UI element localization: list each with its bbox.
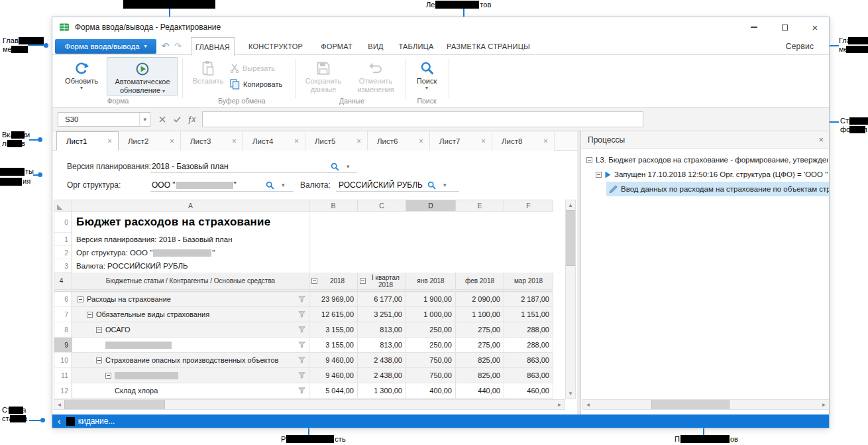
row-header[interactable]: 7 (54, 307, 72, 322)
cell-value[interactable]: 1 300,00 (358, 383, 406, 399)
sheet-tab-5[interactable]: Лист5× (305, 131, 368, 151)
currency-search-icon[interactable] (427, 181, 436, 190)
close-sheet-icon[interactable]: × (232, 137, 237, 146)
sheet-tab-1[interactable]: Лист1× (56, 131, 119, 151)
copy-button[interactable]: Копировать (230, 78, 282, 91)
tab-page-layout[interactable]: РАЗМЕТКА СТРАНИЦЫ (445, 37, 532, 55)
row-header[interactable]: 10 (54, 353, 72, 368)
close-sheet-icon[interactable]: × (170, 137, 174, 146)
tab-format[interactable]: ФОРМАТ (316, 37, 357, 55)
scroll-left-icon[interactable]: ◄ (54, 400, 64, 409)
collapse-icon[interactable] (78, 296, 83, 302)
tab-home[interactable]: ГЛАВНАЯ (191, 37, 235, 56)
cell-value[interactable]: 1 100,00 (456, 307, 504, 322)
service-menu[interactable]: Сервис (780, 37, 820, 55)
close-sheet-icon[interactable]: × (107, 137, 112, 146)
row-header[interactable]: 12 (54, 383, 72, 399)
currency-value[interactable]: РОССИЙСКИЙ РУБЛЬ (339, 180, 423, 190)
cell-value[interactable]: 9 460,00 (309, 353, 358, 368)
row-header[interactable]: 1 (54, 233, 72, 246)
collapse-icon[interactable] (105, 373, 111, 379)
collapse-icon[interactable] (96, 327, 102, 333)
filter-icon[interactable] (298, 357, 305, 363)
filter-icon[interactable] (298, 342, 305, 348)
horizontal-scrollbar[interactable]: ◄ ► (54, 399, 565, 410)
close-sheet-icon[interactable]: × (294, 137, 299, 146)
cell-value[interactable]: 12 615,00 (309, 307, 358, 322)
close-sheet-icon[interactable]: × (543, 137, 548, 146)
col-header-e[interactable]: E (456, 200, 504, 212)
cell-value[interactable]: 1 000,00 (406, 307, 456, 322)
cell-value[interactable]: 2 090,00 (456, 292, 504, 307)
cell-a1[interactable]: Версия планирования: 2018 - Базовый план (72, 233, 309, 246)
collapse-icon[interactable] (360, 278, 366, 284)
cell-value[interactable]: 275,00 (456, 322, 504, 338)
insert-function-button[interactable]: ƒx (185, 112, 198, 127)
cell-a11[interactable] (72, 368, 309, 383)
cell-a9[interactable] (72, 338, 309, 353)
cell-reference-box[interactable]: S30 ▾ (58, 112, 150, 127)
version-search-icon[interactable] (331, 162, 339, 171)
cell-value[interactable]: 250,00 (406, 322, 456, 338)
cell-value[interactable]: 9 460,00 (309, 368, 358, 383)
filter-icon[interactable] (298, 311, 305, 318)
row-header[interactable]: 0 (54, 212, 72, 233)
processes-scrollbar[interactable]: ◄ ► (582, 399, 830, 410)
status-chevron-icon[interactable]: ‹ (58, 416, 61, 426)
row-header-selected[interactable]: 9 (54, 338, 72, 353)
row-header[interactable]: 4 (54, 273, 72, 290)
cell-value[interactable]: 1 900,00 (406, 292, 456, 307)
budget-items-header[interactable]: Бюджетные статьи / Контрагенты / Основны… (72, 273, 309, 290)
cell-value[interactable]: 275,00 (456, 338, 504, 353)
cell-a12[interactable]: Склад хлора (72, 383, 309, 399)
scroll-thumb[interactable] (566, 210, 575, 266)
collapse-icon[interactable] (96, 357, 102, 363)
formula-accept-button[interactable] (170, 112, 184, 127)
cell-value[interactable]: 863,00 (504, 368, 553, 383)
app-menu-button[interactable]: Форма ввода/вывода▾ (55, 39, 156, 54)
col-header-b[interactable]: B (309, 200, 358, 212)
undo-changes-button[interactable]: Отменить изменения (349, 57, 402, 94)
version-value[interactable]: 2018 - Базовый план (152, 162, 229, 171)
formula-cancel-button[interactable] (156, 112, 169, 127)
cell-value[interactable]: 400,00 (406, 383, 456, 399)
cell-a8[interactable]: ОСАГО (72, 322, 309, 338)
filter-icon[interactable] (298, 326, 305, 333)
scroll-right-icon[interactable]: ► (819, 400, 829, 409)
cell-value[interactable]: 813,00 (358, 322, 406, 338)
tab-constructor[interactable]: КОНСТРУКТОР (242, 37, 309, 55)
cell-value[interactable]: 1 151,00 (504, 307, 553, 322)
cell-value[interactable]: 23 969,00 (309, 292, 358, 307)
chevron-down-icon[interactable]: ▾ (139, 113, 150, 126)
cell-value[interactable]: 5 044,00 (309, 383, 358, 399)
vertical-scrollbar[interactable]: ▲ ▼ (565, 200, 576, 399)
collapse-icon[interactable] (87, 312, 93, 318)
cell-value[interactable]: 863,00 (504, 353, 553, 368)
currency-dropdown-icon[interactable]: ▾ (443, 182, 447, 188)
cell-value[interactable]: 825,00 (456, 353, 504, 368)
cell-value[interactable]: 3 155,00 (309, 338, 358, 353)
scroll-thumb[interactable] (64, 400, 165, 409)
close-sheet-icon[interactable]: × (356, 137, 361, 146)
row-header[interactable]: 3 (54, 259, 72, 273)
cell-value[interactable]: 825,00 (456, 368, 504, 383)
cell-a6[interactable]: Расходы на страхование (72, 292, 309, 307)
cell-a2[interactable]: Орг структура: ООО "" (72, 246, 309, 259)
cell-value[interactable]: 6 177,00 (358, 292, 406, 307)
version-dropdown-icon[interactable]: ▾ (347, 164, 350, 170)
scroll-down-icon[interactable]: ▼ (566, 389, 575, 399)
scroll-right-icon[interactable]: ► (555, 400, 565, 409)
year-header[interactable]: 2018 (309, 273, 358, 290)
scroll-up-icon[interactable]: ▲ (566, 200, 575, 210)
maximize-button[interactable] (769, 17, 800, 37)
month-header-feb[interactable]: фев 2018 (456, 273, 504, 290)
tab-table[interactable]: ТАБЛИЦА (394, 37, 438, 55)
sheet-tab-8[interactable]: Лист8× (492, 131, 555, 151)
sheet-tab-7[interactable]: Лист7× (430, 131, 492, 151)
cell-a7[interactable]: Обязательные виды страхования (72, 307, 309, 322)
cell-value[interactable]: 750,00 (406, 353, 456, 368)
search-button[interactable]: Поиск ▾ (409, 57, 445, 90)
close-sheet-icon[interactable]: × (481, 137, 486, 146)
col-header-f[interactable]: F (504, 200, 553, 212)
cell-a0[interactable]: Бюджет расходов на страхование (72, 212, 309, 233)
